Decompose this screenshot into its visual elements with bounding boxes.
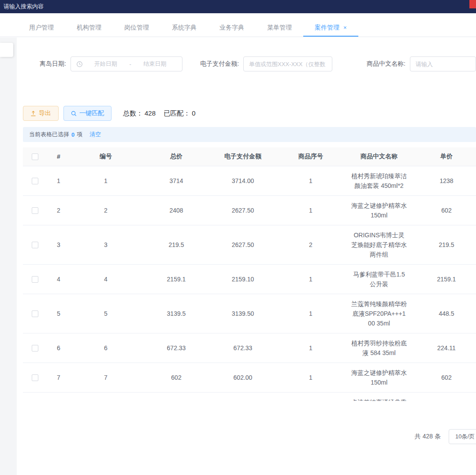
column-header-单价: 单价 [411,147,476,166]
row-checkbox[interactable] [32,242,38,248]
product-filter-label: 商品中文名称: [367,60,405,68]
cell-number: 7 [71,363,141,392]
drawer-toggle-handle[interactable] [0,43,13,57]
cell-serial: 1 [274,333,347,363]
amount-input[interactable] [243,56,332,71]
tab-案件管理[interactable]: 案件管理× [303,19,358,37]
cell-product: 马爹利蓝带干邑1.5公升装 [347,264,411,294]
table-row: 2224082627.501海蓝之谜修护精萃水 150ml602 [23,195,476,225]
row-checkbox-cell [23,225,47,264]
column-header-商品序号: 商品序号 [274,147,347,166]
filter-bar: 离岛日期: 开始日期 - 结束日期 电子支付金额: 商品中文名称: [0,56,476,71]
column-header-电子支付金额: 电子支付金额 [212,147,274,166]
cell-unit_price: 2159.1 [411,264,476,294]
cell-product: 植村秀羽纱持妆粉底液 584 35ml [347,333,411,363]
table-row: 77602602.001海蓝之谜修护精萃水 150ml602 [23,363,476,392]
row-checkbox[interactable] [32,276,38,283]
amount-filter-label: 电子支付金额: [200,60,239,68]
row-checkbox[interactable] [32,207,38,214]
tab-label: 岗位管理 [124,24,149,31]
selection-count: 0 [71,131,74,138]
cell-number: 5 [71,294,141,333]
cell-number: 1 [71,166,141,195]
tab-label: 菜单管理 [267,24,292,31]
export-button[interactable]: 导出 [23,106,59,121]
row-checkbox-cell [23,333,47,363]
cell-index: 3 [47,225,71,264]
row-checkbox-cell [23,166,47,195]
cell-unit_price: 219.5 [411,225,476,264]
cell-number: 6 [71,333,141,363]
cell-total: 3139.5 [141,294,212,333]
clear-selection-link[interactable]: 清空 [89,131,101,138]
column-header-编号: 编号 [71,147,141,166]
row-checkbox-cell [23,392,47,401]
cell-total: 602 [141,363,212,392]
search-icon [71,111,77,116]
tab-业务字典[interactable]: 业务字典 [208,19,256,37]
selection-info-bar: 当前表格已选择 0 项 清空 [23,127,476,142]
row-checkbox[interactable] [32,310,38,317]
cell-unit_price: 602 [411,363,476,392]
total-label: 总数： [123,109,143,117]
cell-number: 4 [71,264,141,294]
tab-机构管理[interactable]: 机构管理 [65,19,113,37]
cell-total: 3714 [141,166,212,195]
data-table-container: #编号总价电子支付金额商品序号商品中文名称单价 1137143714.001植村… [23,147,476,401]
tab-close-icon[interactable]: × [343,24,347,31]
date-start-placeholder[interactable]: 开始日期 [84,60,128,68]
cell-index: 1 [47,166,71,195]
select-all-cell [23,147,47,166]
cell-payment: 2627.50 [212,195,274,225]
table-row: 66672.33672.331植村秀羽纱持妆粉底液 584 35ml224.11 [23,333,476,363]
cell-total: 219.5 [141,225,212,264]
cell-number: 8 [71,392,141,401]
table-header-row: #编号总价电子支付金额商品序号商品中文名称单价 [23,147,476,166]
cell-product: 海蓝之谜修护精萃水 150ml [347,195,411,225]
cell-total: 672.33 [141,333,212,363]
cell-payment: 2159.10 [212,264,274,294]
row-checkbox[interactable] [32,178,38,184]
row-checkbox-cell [23,264,47,294]
table-row: 442159.12159.101马爹利蓝带干邑1.5公升装2159.1 [23,264,476,294]
date-end-placeholder[interactable]: 结束日期 [133,60,177,68]
cell-serial: 1 [274,392,347,401]
date-range-separator: - [127,61,133,67]
page-size-select[interactable]: 10条/页 [449,429,476,444]
pagination-total: 共 428 条 [415,433,441,441]
tab-label: 系统字典 [172,24,197,31]
cell-total: 2159.1 [141,264,212,294]
left-strip [0,37,17,475]
cell-payment: 1302.46 [212,392,274,401]
export-button-label: 导出 [39,109,51,117]
tab-系统字典[interactable]: 系统字典 [160,19,208,37]
row-checkbox-cell [23,294,47,333]
select-all-checkbox[interactable] [32,153,38,160]
cell-number: 2 [71,195,141,225]
cell-product: 卡诗菁纯亮泽经典香氛 [347,392,411,401]
column-header-商品中文名称: 商品中文名称 [347,147,411,166]
cell-unit_price: 448.5 [411,294,476,333]
tab-用户管理[interactable]: 用户管理 [18,19,65,37]
one-click-match-button[interactable]: 一键匹配 [63,106,112,121]
tab-岗位管理[interactable]: 岗位管理 [113,19,160,37]
table-row: 1137143714.001植村秀新琥珀臻萃洁颜油套装 450ml*21238 [23,166,476,195]
tab-菜单管理[interactable]: 菜单管理 [256,19,303,37]
cell-index: 4 [47,264,71,294]
table-row: 881302.461302.461卡诗菁纯亮泽经典香氛150.46 [23,392,476,401]
cell-index: 8 [47,392,71,401]
date-range-picker[interactable]: 开始日期 - 结束日期 [71,56,182,71]
row-checkbox[interactable] [32,345,38,352]
topbar-search-input[interactable]: 请输入搜索内容 [4,3,44,11]
cell-payment: 672.33 [212,333,274,363]
column-header-#: # [47,147,71,166]
selection-prefix: 当前表格已选择 [29,131,69,138]
clock-icon [76,61,83,67]
cell-unit_price: 150.46 [411,392,476,401]
cell-payment: 602.00 [212,363,274,392]
product-name-input[interactable] [410,56,476,71]
total-value: 428 [145,109,156,117]
tab-label: 业务字典 [219,24,244,31]
row-checkbox[interactable] [32,374,38,381]
table-row: 33219.52627.502ORIGINS韦博士灵芝焕能好底子精华水两件组21… [23,225,476,264]
